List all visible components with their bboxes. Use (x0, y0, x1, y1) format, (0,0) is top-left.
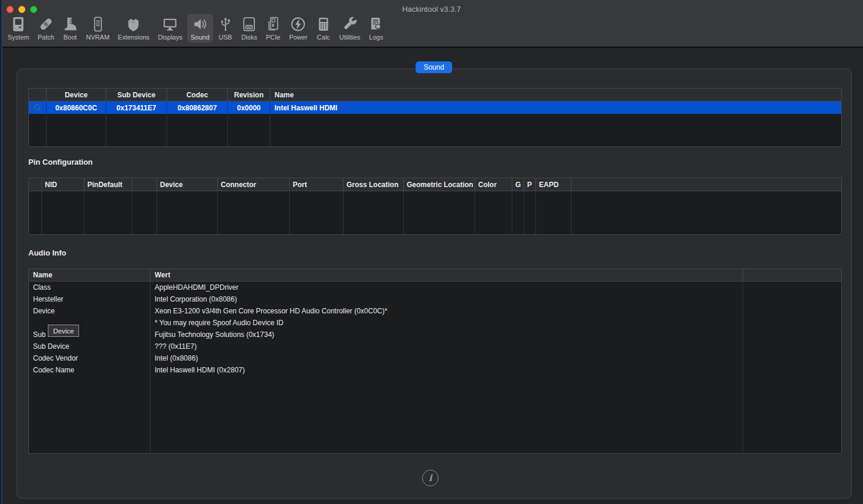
device-name-cell[interactable]: Intel Haswell HDMI (270, 102, 841, 114)
audio-info-title: Audio Info (28, 248, 66, 257)
pin-configuration-title: Pin Configuration (28, 158, 93, 166)
empty-cell (743, 364, 841, 376)
column-header-filler (571, 178, 841, 191)
audio-info-row-sub-device-name[interactable]: Sub Device (29, 341, 151, 352)
empty-cell (157, 191, 218, 234)
toolbar-item-power[interactable]: Power (286, 14, 311, 42)
column-header-gross-location: Gross Location (344, 178, 404, 191)
titlebar-toolbar: Hackintool v3.3.7 System Patch Boot NVRA… (0, 0, 863, 48)
empty-cell (743, 293, 841, 305)
toolbar-item-system[interactable]: System (4, 14, 33, 42)
info-button[interactable]: i (422, 470, 439, 486)
empty-cell (743, 317, 841, 329)
audio-info-row-class-name[interactable]: Class (29, 282, 151, 293)
audio-info-row-device-value[interactable]: Xeon E3-1200 v3/4th Gen Core Processor H… (151, 305, 743, 317)
column-header-port: Port (290, 178, 344, 191)
column-header-name: Name (29, 269, 151, 282)
empty-cell (132, 191, 157, 234)
empty-cell (743, 352, 841, 364)
empty-cell (106, 114, 167, 146)
tab-view-panel: Device Sub Device Codec Revision Name 0x… (17, 68, 852, 499)
audio-info-row-codec-vendor-name[interactable]: Codec Vendor (29, 352, 151, 364)
sub-device-id-cell[interactable]: 0x173411E7 (106, 102, 167, 114)
column-header-filler (743, 269, 841, 282)
toolbar-item-label: NVRAM (86, 34, 110, 41)
column-header-g: G (512, 178, 524, 191)
column-header-icon (29, 89, 47, 102)
audio-info-row-codec-name-name[interactable]: Codec Name (29, 364, 151, 376)
empty-cell (228, 114, 270, 146)
utilities-icon (342, 17, 358, 32)
patch-icon (38, 17, 54, 32)
column-header-nid: NID (42, 178, 84, 191)
sound-icon (192, 17, 208, 32)
toolbar-item-usb[interactable]: USB (214, 14, 237, 42)
toolbar-item-label: Calc (317, 34, 330, 41)
empty-cell (42, 191, 84, 234)
audio-info-row-class-value[interactable]: AppleHDAHDMI_DPDriver (151, 282, 743, 293)
toolbar: System Patch Boot NVRAM Extensions Displ… (4, 14, 387, 42)
revision-cell[interactable]: 0x0000 (228, 102, 270, 114)
disks-icon (241, 17, 257, 32)
column-header-sub-device: Sub Device (106, 89, 167, 102)
device-id-cell[interactable]: 0x80860C0C (47, 102, 106, 114)
audio-info-row-hersteller-value[interactable]: Intel Corporation (0x8086) (151, 293, 743, 305)
toolbar-item-displays[interactable]: Displays (154, 14, 186, 42)
toolbar-item-nvram[interactable]: NVRAM (83, 14, 113, 42)
column-header-blank2 (132, 178, 157, 191)
audio-info-row-hersteller-name[interactable]: Hersteller (29, 293, 151, 305)
audio-info-row-sub-vendor-name[interactable]: Sub Vendor (29, 329, 151, 341)
audio-info-row-device-name[interactable]: Device (29, 305, 151, 317)
toolbar-item-label: USB (218, 34, 232, 41)
search-icon[interactable] (29, 102, 47, 114)
empty-cell (743, 376, 841, 453)
tooltip: Device (48, 325, 79, 337)
column-header-device: Device (157, 178, 218, 191)
audio-info-table: Name Wert Class AppleHDAHDMI_DPDriver He… (28, 269, 842, 454)
nvram-icon (90, 17, 106, 32)
column-header-revision: Revision (228, 89, 270, 102)
column-header-name: Name (270, 89, 841, 102)
empty-cell (270, 114, 841, 146)
empty-cell (218, 191, 290, 234)
window-title: Hackintool v3.3.7 (0, 5, 863, 14)
empty-cell (524, 191, 536, 234)
toolbar-item-label: Sound (191, 34, 210, 41)
power-icon (290, 17, 306, 32)
toolbar-item-extensions[interactable]: Extensions (115, 14, 153, 42)
audio-info-row-spoof-value[interactable]: * You may require Spoof Audio Device ID (151, 317, 743, 329)
codec-id-cell[interactable]: 0x80862807 (167, 102, 228, 114)
toolbar-item-label: System (8, 34, 30, 41)
column-header-geometric-location: Geometric Location (404, 178, 475, 191)
empty-cell (743, 341, 841, 352)
toolbar-item-label: Displays (158, 34, 182, 41)
toolbar-item-logs[interactable]: Logs (365, 14, 387, 42)
pin-configuration-table: NID PinDefault Device Connector Port Gro… (28, 178, 842, 235)
audio-device-table: Device Sub Device Codec Revision Name 0x… (28, 88, 842, 147)
toolbar-item-label: Patch (38, 34, 54, 41)
toolbar-item-patch[interactable]: Patch (34, 14, 58, 42)
tab-sound[interactable]: Sound (416, 61, 452, 73)
empty-cell (29, 191, 42, 234)
audio-info-row-spoof-name[interactable] (29, 317, 151, 329)
toolbar-item-label: Utilities (339, 34, 360, 41)
toolbar-item-boot[interactable]: Boot (59, 14, 81, 42)
toolbar-item-label: Logs (369, 34, 383, 41)
toolbar-item-label: Power (289, 34, 308, 41)
audio-info-row-codec-name-value[interactable]: Intel Haswell HDMI (0x2807) (151, 364, 743, 376)
toolbar-item-utilities[interactable]: Utilities (336, 14, 364, 42)
logs-icon (368, 17, 384, 32)
extensions-icon (126, 17, 141, 32)
toolbar-item-calc[interactable]: Calc (312, 14, 335, 42)
toolbar-item-disks[interactable]: Disks (238, 14, 261, 42)
column-header-device: Device (47, 89, 106, 102)
empty-cell (536, 191, 571, 234)
toolbar-item-pcie[interactable]: PCIe (262, 14, 285, 42)
audio-info-row-sub-vendor-value[interactable]: Fujitsu Technology Solutions (0x1734) (151, 329, 743, 341)
column-header-codec: Codec (167, 89, 228, 102)
column-header-pindefault: PinDefault (84, 178, 132, 191)
audio-info-row-sub-device-value[interactable]: ??? (0x11E7) (151, 341, 743, 352)
audio-info-row-codec-vendor-value[interactable]: Intel (0x8086) (151, 352, 743, 364)
empty-cell (475, 191, 512, 234)
toolbar-item-sound[interactable]: Sound (187, 14, 213, 42)
